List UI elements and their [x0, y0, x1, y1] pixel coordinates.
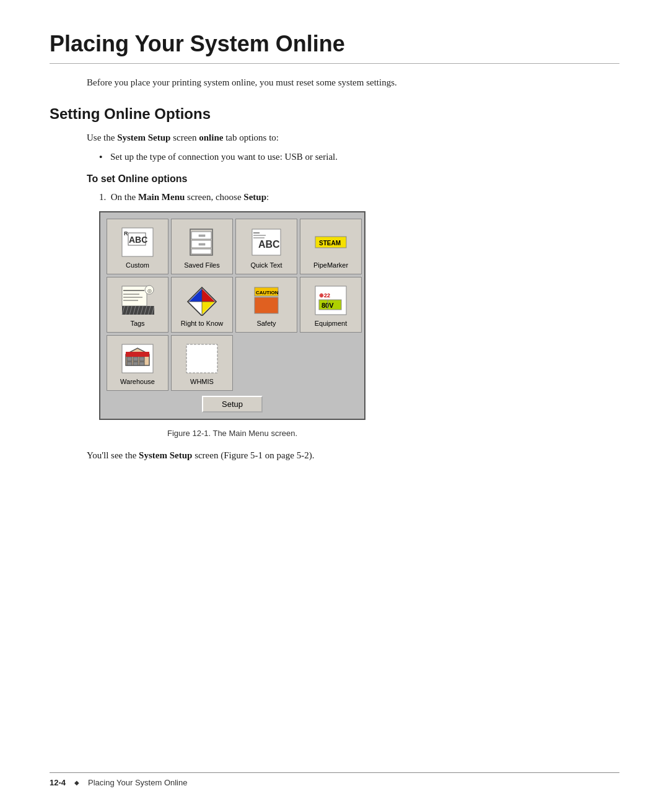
- system-setup-bold-2: System Setup: [139, 450, 192, 460]
- warehouse-icon: [120, 342, 155, 375]
- tags-label: Tags: [130, 320, 144, 327]
- page-title: Placing Your System Online: [50, 31, 619, 64]
- use-text: Use the System Setup screen online tab o…: [87, 133, 619, 143]
- svg-rect-17: [122, 286, 147, 306]
- righttoknow-label: Right to Know: [181, 320, 223, 327]
- custom-icon: R ABC: [120, 225, 155, 259]
- warehouse-label: Warehouse: [120, 378, 155, 385]
- svg-text:CAUTION: CAUTION: [256, 290, 279, 295]
- empty-cell-2: [300, 335, 362, 391]
- custom-label: Custom: [126, 261, 149, 269]
- svg-rect-58: [139, 362, 144, 365]
- svg-rect-9: [199, 243, 205, 245]
- page: Placing Your System Online Before you pl…: [0, 0, 669, 812]
- quicktext-icon: ABC: [249, 225, 284, 259]
- svg-rect-45: [255, 297, 278, 313]
- svg-rect-53: [127, 357, 132, 361]
- svg-marker-38: [202, 302, 215, 315]
- righttoknow-icon: [185, 284, 219, 317]
- svg-rect-60: [186, 344, 217, 373]
- menu-cell-custom[interactable]: R ABC Custom: [107, 219, 168, 274]
- menu-screen: R ABC Custom: [99, 211, 365, 420]
- svg-rect-59: [126, 352, 149, 357]
- menu-screen-container: R ABC Custom: [99, 211, 619, 420]
- equipment-label: Equipment: [315, 320, 348, 327]
- svg-text:R: R: [124, 230, 128, 237]
- setup-row: Setup: [107, 396, 358, 413]
- svg-marker-36: [202, 289, 215, 302]
- pipemarker-icon: STEAM: [313, 225, 348, 259]
- safety-icon: CAUTION: [249, 284, 284, 317]
- svg-rect-55: [139, 357, 144, 361]
- intro-text: Before you place your printing system on…: [87, 77, 619, 88]
- equipment-icon: ⊕22 80V: [313, 284, 348, 317]
- footer-page-num: 12-4: [50, 778, 66, 787]
- setup-button[interactable]: Setup: [202, 396, 263, 413]
- svg-rect-7: [191, 249, 211, 254]
- menu-grid: R ABC Custom: [107, 219, 358, 391]
- svg-marker-39: [189, 302, 202, 315]
- whmis-icon: [185, 342, 219, 375]
- menu-cell-whmis[interactable]: WHMIS: [171, 335, 233, 391]
- safety-label: Safety: [256, 320, 276, 327]
- footer-diamond: ◆: [74, 779, 79, 786]
- footer-title: Placing Your System Online: [88, 778, 187, 787]
- pipemarker-label: PipeMarker: [313, 261, 348, 269]
- tags-icon: ◎: [120, 284, 155, 317]
- section-title: Setting Online Options: [50, 105, 619, 123]
- main-menu-bold: Main Menu: [138, 192, 185, 202]
- svg-rect-54: [133, 357, 138, 361]
- menu-cell-equipment[interactable]: ⊕22 80V Equipment: [300, 277, 362, 333]
- bullet-list: Set up the type of connection you want t…: [99, 152, 619, 162]
- savedfiles-icon: [185, 225, 219, 259]
- page-footer: 12-4 ◆ Placing Your System Online: [50, 772, 619, 787]
- setup-bold: Setup: [243, 192, 266, 202]
- online-bold: online: [199, 133, 223, 142]
- menu-cell-righttoknow[interactable]: Right to Know: [171, 277, 233, 333]
- savedfiles-label: Saved Files: [184, 261, 219, 269]
- step1-text: 1. On the Main Menu screen, choose Setup…: [99, 192, 619, 203]
- subsection-title: To set Online options: [87, 173, 619, 185]
- conclusion-text: You'll see the System Setup screen (Figu…: [87, 450, 619, 461]
- menu-cell-savedfiles[interactable]: Saved Files: [171, 219, 233, 274]
- svg-text:STEAM: STEAM: [319, 240, 341, 247]
- menu-cell-tags[interactable]: ◎ Tags: [107, 277, 168, 333]
- quicktext-label: Quick Text: [250, 261, 282, 269]
- menu-cell-pipemarker[interactable]: STEAM PipeMarker: [300, 219, 362, 274]
- system-setup-bold: System Setup: [117, 133, 170, 142]
- figure-caption: Figure 12-1. The Main Menu screen.: [99, 429, 365, 438]
- svg-text:⊕22: ⊕22: [319, 292, 330, 299]
- whmis-label: WHMIS: [190, 378, 214, 385]
- empty-cell-1: [235, 335, 297, 391]
- menu-cell-quicktext[interactable]: ABC Quick Text: [235, 219, 297, 274]
- svg-text:ABC: ABC: [129, 235, 147, 245]
- menu-cell-safety[interactable]: CAUTION Safety: [235, 277, 297, 333]
- bullet-item-usb: Set up the type of connection you want t…: [99, 152, 619, 162]
- svg-rect-57: [133, 362, 138, 365]
- svg-text:◎: ◎: [147, 288, 152, 294]
- svg-marker-37: [189, 289, 202, 302]
- svg-rect-8: [199, 235, 205, 237]
- svg-text:ABC: ABC: [258, 239, 280, 250]
- svg-rect-56: [127, 362, 132, 365]
- menu-cell-warehouse[interactable]: Warehouse: [107, 335, 168, 391]
